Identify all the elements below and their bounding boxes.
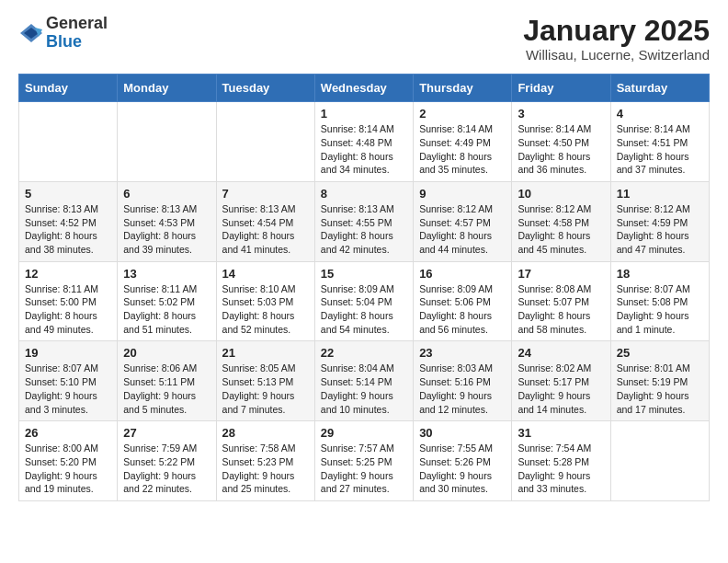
calendar-week-4: 19Sunrise: 8:07 AMSunset: 5:10 PMDayligh… xyxy=(19,341,710,421)
calendar-cell: 13Sunrise: 8:11 AMSunset: 5:02 PMDayligh… xyxy=(118,261,216,341)
day-info: Sunrise: 8:13 AMSunset: 4:54 PMDaylight:… xyxy=(222,202,309,257)
calendar-cell: 21Sunrise: 8:05 AMSunset: 5:13 PMDayligh… xyxy=(216,341,314,421)
day-number: 30 xyxy=(419,426,506,440)
day-info: Sunrise: 8:12 AMSunset: 4:59 PMDaylight:… xyxy=(617,202,703,257)
calendar-cell: 24Sunrise: 8:02 AMSunset: 5:17 PMDayligh… xyxy=(512,341,610,421)
weekday-header-thursday: Thursday xyxy=(414,75,512,102)
day-info: Sunrise: 8:08 AMSunset: 5:07 PMDaylight:… xyxy=(518,282,604,337)
day-info: Sunrise: 8:03 AMSunset: 5:16 PMDaylight:… xyxy=(419,362,506,416)
day-info: Sunrise: 8:09 AMSunset: 5:06 PMDaylight:… xyxy=(419,282,506,337)
weekday-header-sunday: Sunday xyxy=(19,75,118,102)
day-info: Sunrise: 8:01 AMSunset: 5:19 PMDaylight:… xyxy=(617,362,703,416)
calendar-cell xyxy=(216,102,314,182)
calendar-cell: 16Sunrise: 8:09 AMSunset: 5:06 PMDayligh… xyxy=(414,261,512,341)
calendar-cell: 11Sunrise: 8:12 AMSunset: 4:59 PMDayligh… xyxy=(610,181,709,261)
calendar-cell: 19Sunrise: 8:07 AMSunset: 5:10 PMDayligh… xyxy=(19,341,118,421)
calendar-week-3: 12Sunrise: 8:11 AMSunset: 5:00 PMDayligh… xyxy=(19,261,710,341)
day-number: 16 xyxy=(419,267,506,281)
calendar-cell: 15Sunrise: 8:09 AMSunset: 5:04 PMDayligh… xyxy=(314,261,413,341)
day-number: 23 xyxy=(419,346,506,360)
calendar-cell: 31Sunrise: 7:54 AMSunset: 5:28 PMDayligh… xyxy=(512,421,610,501)
day-number: 8 xyxy=(321,187,407,201)
day-info: Sunrise: 8:00 AMSunset: 5:20 PMDaylight:… xyxy=(25,442,111,496)
calendar-cell xyxy=(118,102,216,182)
calendar-cell: 18Sunrise: 8:07 AMSunset: 5:08 PMDayligh… xyxy=(610,261,709,341)
day-info: Sunrise: 8:05 AMSunset: 5:13 PMDaylight:… xyxy=(222,362,309,416)
logo-icon xyxy=(18,20,44,46)
calendar-cell: 4Sunrise: 8:14 AMSunset: 4:51 PMDaylight… xyxy=(610,102,709,182)
day-info: Sunrise: 7:58 AMSunset: 5:23 PMDaylight:… xyxy=(222,442,309,496)
location-title: Willisau, Lucerne, Switzerland xyxy=(523,47,710,63)
day-number: 24 xyxy=(518,346,604,360)
calendar-cell: 29Sunrise: 7:57 AMSunset: 5:25 PMDayligh… xyxy=(314,421,413,501)
day-number: 17 xyxy=(518,267,604,281)
day-number: 13 xyxy=(123,267,210,281)
day-number: 6 xyxy=(123,187,210,201)
weekday-header-tuesday: Tuesday xyxy=(216,75,314,102)
day-number: 19 xyxy=(25,346,111,360)
calendar-cell: 30Sunrise: 7:55 AMSunset: 5:26 PMDayligh… xyxy=(414,421,512,501)
logo-blue-text: Blue xyxy=(46,32,82,51)
calendar-cell: 23Sunrise: 8:03 AMSunset: 5:16 PMDayligh… xyxy=(414,341,512,421)
day-info: Sunrise: 8:11 AMSunset: 5:00 PMDaylight:… xyxy=(25,282,111,337)
month-title: January 2025 xyxy=(523,15,710,47)
day-number: 2 xyxy=(419,107,506,121)
day-number: 14 xyxy=(222,267,309,281)
logo-text: General Blue xyxy=(46,15,108,52)
weekday-header-wednesday: Wednesday xyxy=(314,75,413,102)
calendar-cell: 28Sunrise: 7:58 AMSunset: 5:23 PMDayligh… xyxy=(216,421,314,501)
day-info: Sunrise: 7:57 AMSunset: 5:25 PMDaylight:… xyxy=(321,442,407,496)
day-info: Sunrise: 8:13 AMSunset: 4:55 PMDaylight:… xyxy=(321,202,407,257)
day-number: 26 xyxy=(25,426,111,440)
day-info: Sunrise: 7:55 AMSunset: 5:26 PMDaylight:… xyxy=(419,442,506,496)
day-number: 11 xyxy=(617,187,703,201)
calendar-cell: 2Sunrise: 8:14 AMSunset: 4:49 PMDaylight… xyxy=(414,102,512,182)
day-info: Sunrise: 8:07 AMSunset: 5:08 PMDaylight:… xyxy=(617,282,703,337)
logo: General Blue xyxy=(18,15,108,52)
calendar-header: SundayMondayTuesdayWednesdayThursdayFrid… xyxy=(19,75,710,102)
calendar-week-5: 26Sunrise: 8:00 AMSunset: 5:20 PMDayligh… xyxy=(19,421,710,501)
day-info: Sunrise: 7:59 AMSunset: 5:22 PMDaylight:… xyxy=(123,442,210,496)
day-info: Sunrise: 8:13 AMSunset: 4:53 PMDaylight:… xyxy=(123,202,210,257)
calendar-cell xyxy=(610,421,709,501)
day-number: 5 xyxy=(25,187,111,201)
header: General Blue January 2025 Willisau, Luce… xyxy=(18,15,710,63)
calendar-cell: 3Sunrise: 8:14 AMSunset: 4:50 PMDaylight… xyxy=(512,102,610,182)
calendar-week-1: 1Sunrise: 8:14 AMSunset: 4:48 PMDaylight… xyxy=(19,102,710,182)
calendar-body: 1Sunrise: 8:14 AMSunset: 4:48 PMDaylight… xyxy=(19,102,710,501)
calendar-cell: 5Sunrise: 8:13 AMSunset: 4:52 PMDaylight… xyxy=(19,181,118,261)
day-info: Sunrise: 8:13 AMSunset: 4:52 PMDaylight:… xyxy=(25,202,111,257)
calendar-cell: 7Sunrise: 8:13 AMSunset: 4:54 PMDaylight… xyxy=(216,181,314,261)
day-number: 1 xyxy=(321,107,407,121)
day-info: Sunrise: 8:14 AMSunset: 4:48 PMDaylight:… xyxy=(321,122,407,177)
day-info: Sunrise: 8:02 AMSunset: 5:17 PMDaylight:… xyxy=(518,362,604,416)
calendar-cell: 9Sunrise: 8:12 AMSunset: 4:57 PMDaylight… xyxy=(414,181,512,261)
day-number: 25 xyxy=(617,346,703,360)
calendar-cell: 6Sunrise: 8:13 AMSunset: 4:53 PMDaylight… xyxy=(118,181,216,261)
day-number: 9 xyxy=(419,187,506,201)
day-number: 22 xyxy=(321,346,407,360)
day-info: Sunrise: 8:10 AMSunset: 5:03 PMDaylight:… xyxy=(222,282,309,337)
weekday-header-friday: Friday xyxy=(512,75,610,102)
day-number: 3 xyxy=(518,107,604,121)
calendar-cell: 26Sunrise: 8:00 AMSunset: 5:20 PMDayligh… xyxy=(19,421,118,501)
day-number: 12 xyxy=(25,267,111,281)
day-info: Sunrise: 8:06 AMSunset: 5:11 PMDaylight:… xyxy=(123,362,210,416)
calendar-table: SundayMondayTuesdayWednesdayThursdayFrid… xyxy=(18,74,710,501)
calendar-cell: 22Sunrise: 8:04 AMSunset: 5:14 PMDayligh… xyxy=(314,341,413,421)
weekday-header-saturday: Saturday xyxy=(610,75,709,102)
day-number: 18 xyxy=(617,267,703,281)
day-number: 21 xyxy=(222,346,309,360)
calendar-cell: 25Sunrise: 8:01 AMSunset: 5:19 PMDayligh… xyxy=(610,341,709,421)
day-info: Sunrise: 8:14 AMSunset: 4:50 PMDaylight:… xyxy=(518,122,604,177)
calendar-cell: 27Sunrise: 7:59 AMSunset: 5:22 PMDayligh… xyxy=(118,421,216,501)
calendar-cell: 20Sunrise: 8:06 AMSunset: 5:11 PMDayligh… xyxy=(118,341,216,421)
calendar-cell: 8Sunrise: 8:13 AMSunset: 4:55 PMDaylight… xyxy=(314,181,413,261)
day-info: Sunrise: 8:12 AMSunset: 4:57 PMDaylight:… xyxy=(419,202,506,257)
day-info: Sunrise: 8:11 AMSunset: 5:02 PMDaylight:… xyxy=(123,282,210,337)
day-number: 7 xyxy=(222,187,309,201)
day-info: Sunrise: 8:12 AMSunset: 4:58 PMDaylight:… xyxy=(518,202,604,257)
day-number: 10 xyxy=(518,187,604,201)
day-info: Sunrise: 8:07 AMSunset: 5:10 PMDaylight:… xyxy=(25,362,111,416)
weekday-header-monday: Monday xyxy=(118,75,216,102)
